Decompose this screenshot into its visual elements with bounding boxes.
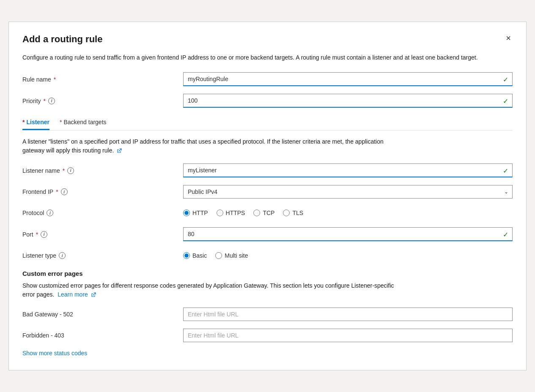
protocol-http-radio[interactable]	[183, 210, 190, 216]
add-routing-rule-dialog: Add a routing rule × Configure a routing…	[8, 22, 527, 370]
port-required: *	[36, 231, 38, 238]
bad-gateway-row: Bad Gateway - 502	[22, 308, 513, 321]
dialog-header: Add a routing rule ×	[22, 34, 513, 45]
priority-input-wrap: ✓	[183, 94, 513, 108]
priority-check-icon: ✓	[503, 97, 508, 105]
rule-name-check-icon: ✓	[503, 75, 508, 83]
listener-type-row: Listener type i Basic Multi site	[22, 249, 513, 262]
custom-error-title: Custom error pages	[22, 270, 513, 277]
protocol-http-label: HTTP	[192, 210, 208, 216]
listener-external-link[interactable]	[115, 147, 122, 154]
show-more-status-codes-link[interactable]: Show more status codes	[22, 350, 87, 357]
listener-name-row: Listener name * i ✓	[22, 163, 513, 177]
priority-label: Priority * i	[22, 98, 183, 104]
listener-description: A listener "listens" on a specified port…	[22, 137, 403, 155]
protocol-options: HTTP HTTPS TCP TLS	[183, 206, 513, 220]
rule-name-row: Rule name * ✓	[22, 72, 513, 86]
frontend-ip-select-container: Public IPv4 Private IPv4 ⌄	[183, 185, 513, 199]
rule-name-required: *	[54, 76, 56, 83]
frontend-ip-select[interactable]: Public IPv4 Private IPv4	[183, 185, 513, 199]
port-row: Port * i ✓	[22, 227, 513, 241]
custom-error-desc: Show customized error pages for differen…	[22, 281, 403, 299]
learn-more-link[interactable]: Learn more	[58, 291, 96, 298]
protocol-tcp-option[interactable]: TCP	[253, 210, 274, 216]
port-label: Port * i	[22, 231, 183, 238]
protocol-tcp-radio[interactable]	[253, 210, 260, 216]
frontend-ip-select-wrap: Public IPv4 Private IPv4 ⌄	[183, 185, 513, 199]
tab-listener[interactable]: *Listener	[22, 115, 49, 130]
listener-name-input-wrap: ✓	[183, 163, 513, 177]
forbidden-label: Forbidden - 403	[22, 332, 183, 339]
protocol-http-option[interactable]: HTTP	[183, 210, 208, 216]
listener-name-check-icon: ✓	[503, 166, 508, 174]
show-more-wrap: Show more status codes	[22, 350, 513, 357]
protocol-label: Protocol i	[22, 210, 183, 216]
listener-name-info-icon[interactable]: i	[67, 167, 74, 174]
listener-type-basic-radio[interactable]	[183, 252, 190, 259]
priority-required: *	[44, 98, 46, 104]
protocol-info-icon[interactable]: i	[47, 210, 53, 216]
rule-name-input[interactable]	[183, 72, 513, 86]
listener-type-multisite-label: Multi site	[225, 252, 248, 259]
port-input[interactable]	[183, 227, 513, 241]
protocol-https-label: HTTPS	[226, 210, 245, 216]
priority-input[interactable]	[183, 94, 513, 108]
forbidden-input-wrap	[183, 329, 513, 342]
listener-type-label: Listener type i	[22, 252, 183, 259]
frontend-ip-row: Frontend IP * i Public IPv4 Private IPv4…	[22, 185, 513, 199]
protocol-https-radio[interactable]	[217, 210, 223, 216]
listener-type-multisite-option[interactable]: Multi site	[215, 252, 248, 259]
listener-name-label: Listener name * i	[22, 167, 183, 174]
bad-gateway-label: Bad Gateway - 502	[22, 311, 183, 318]
forbidden-input[interactable]	[183, 329, 513, 342]
protocol-tls-label: TLS	[292, 210, 303, 216]
protocol-https-option[interactable]: HTTPS	[217, 210, 245, 216]
protocol-row: Protocol i HTTP HTTPS TCP TLS	[22, 206, 513, 220]
protocol-radio-group: HTTP HTTPS TCP TLS	[183, 206, 513, 220]
tab-backend-required: *	[60, 119, 62, 125]
listener-type-options: Basic Multi site	[183, 249, 513, 262]
priority-row: Priority * i ✓	[22, 94, 513, 108]
protocol-tcp-label: TCP	[263, 210, 274, 216]
bad-gateway-input-wrap	[183, 308, 513, 321]
priority-info-icon[interactable]: i	[48, 98, 55, 104]
protocol-tls-radio[interactable]	[283, 210, 290, 216]
listener-type-info-icon[interactable]: i	[59, 252, 66, 259]
bad-gateway-input[interactable]	[183, 308, 513, 321]
tab-backend-targets[interactable]: *Backend targets	[60, 115, 107, 130]
listener-type-basic-label: Basic	[192, 252, 207, 259]
priority-field-wrap: ✓	[183, 94, 513, 108]
forbidden-row: Forbidden - 403	[22, 329, 513, 342]
dialog-description: Configure a routing rule to send traffic…	[22, 53, 488, 62]
listener-name-field-wrap: ✓	[183, 163, 513, 177]
rule-name-label: Rule name *	[22, 76, 183, 83]
listener-type-radio-group: Basic Multi site	[183, 249, 513, 262]
dialog-title: Add a routing rule	[22, 34, 102, 45]
listener-name-input[interactable]	[183, 163, 513, 177]
port-info-icon[interactable]: i	[41, 231, 47, 238]
frontend-ip-label: Frontend IP * i	[22, 188, 183, 195]
tabs-container: *Listener *Backend targets	[22, 115, 513, 131]
tab-listener-required: *	[22, 119, 25, 125]
rule-name-input-wrap: ✓	[183, 72, 513, 86]
frontend-ip-required: *	[56, 188, 58, 195]
port-check-icon: ✓	[503, 230, 508, 238]
listener-name-required: *	[63, 167, 65, 174]
listener-type-basic-option[interactable]: Basic	[183, 252, 207, 259]
protocol-tls-option[interactable]: TLS	[283, 210, 303, 216]
port-input-wrap: ✓	[183, 227, 513, 241]
listener-type-multisite-radio[interactable]	[215, 252, 222, 259]
frontend-ip-info-icon[interactable]: i	[61, 188, 68, 195]
port-field-wrap: ✓	[183, 227, 513, 241]
close-button[interactable]: ×	[504, 34, 513, 42]
rule-name-field-wrap: ✓	[183, 72, 513, 86]
